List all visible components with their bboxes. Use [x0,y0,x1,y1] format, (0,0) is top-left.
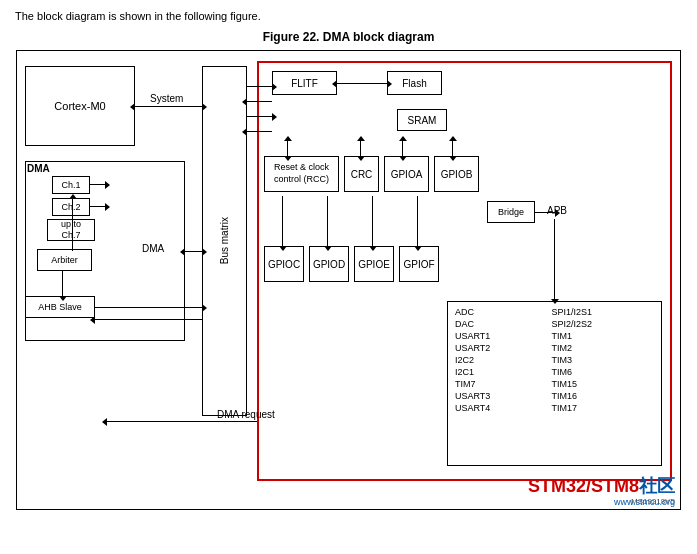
bus-arrow-left-2 [247,131,272,132]
gpiof-box: GPIOF [399,246,439,282]
table-row: DAC SPI2/I2S2 [452,318,657,330]
peripherals-table: ADC SPI1/I2S1 DAC SPI2/I2S2 USART1 TIM1 … [452,306,657,414]
peri-col1-r4: USART2 [452,342,548,354]
bus-matrix-label: Bus matrix [219,217,230,264]
ch2-out-arrow [90,206,105,207]
peri-col1-r1: ADC [452,306,548,318]
gpioe-box: GPIOE [354,246,394,282]
table-row: I2C1 TIM6 [452,366,657,378]
ch2-box: Ch.2 [52,198,90,216]
v-arrow-rcc [287,141,288,156]
system-label: System [150,93,183,104]
figure-title: Figure 22. DMA block diagram [15,30,682,44]
diagram-container: Cortex-M0 DMA Ch.1 Ch.2 up toCh.7 Arbite… [16,50,681,510]
v-arrow-gpiob [452,141,453,156]
gpioa-box: GPIOA [384,156,429,192]
peri-col1-r5: I2C2 [452,354,548,366]
dma-request-arrow [107,421,257,422]
flitf-flash-arrow [337,83,387,84]
peri-col2-r5: TIM3 [548,354,657,366]
ahb-slave-right-arrow [95,307,202,308]
chN-box: up toCh.7 [47,219,95,241]
dma-label-arrow: DMA [142,243,164,254]
arbiter-up-arrow [72,199,73,251]
bus-matrix-box: Bus matrix [202,66,247,416]
peri-col2-r9: TIM17 [548,402,657,414]
watermark: STM32/STM8社区 [528,477,675,497]
table-row: I2C2 TIM3 [452,354,657,366]
dma-arrow-line [185,251,202,252]
sram-box: SRAM [397,109,447,131]
crc-box: CRC [344,156,379,192]
v-arrow-crc [360,141,361,156]
gpioc-box: GPIOC [264,246,304,282]
v-arrow-gpioe [372,196,373,246]
cortex-box: Cortex-M0 [25,66,135,146]
table-row: ADC SPI1/I2S1 [452,306,657,318]
flash-box: Flash [387,71,442,95]
gpiod-box: GPIOD [309,246,349,282]
bridge-apb-arrow [535,212,555,213]
table-row: USART2 TIM2 [452,342,657,354]
peri-col2-r7: TIM15 [548,378,657,390]
intro-text: The block diagram is shown in the follow… [15,10,682,22]
dma-request-label: DMA request [217,409,275,420]
stm-watermark-red: STM32/STM8 [528,476,639,496]
peri-col2-r6: TIM6 [548,366,657,378]
table-row: USART1 TIM1 [452,330,657,342]
apb-down-arrow [554,219,555,299]
peri-col1-r8: USART3 [452,390,548,402]
v-arrow-gpiod [327,196,328,246]
peri-col1-r3: USART1 [452,330,548,342]
bridge-box: Bridge [487,201,535,223]
bus-arrow-right-2 [247,116,272,117]
system-arrow-line [135,106,202,107]
peri-col2-r2: SPI2/I2S2 [548,318,657,330]
ch1-out-arrow [90,184,105,185]
peri-col1-r2: DAC [452,318,548,330]
peri-col1-r7: TIM7 [452,378,548,390]
bus-arrow-right-1 [247,86,272,87]
dma-section-label: DMA [27,163,50,174]
arbiter-down-arrow [62,271,63,296]
peri-col2-r3: TIM1 [548,330,657,342]
ch1-box: Ch.1 [52,176,90,194]
table-row: TIM7 TIM15 [452,378,657,390]
rcc-box: Reset & clockcontrol (RCC) [264,156,339,192]
bus-arrow-left-1 [247,101,272,102]
ahb-slave-left-arrow [95,319,202,320]
v-arrow-gpioc [282,196,283,246]
peri-col1-r6: I2C1 [452,366,548,378]
v-arrow-gpiof [417,196,418,246]
peri-col1-r9: USART4 [452,402,548,414]
version-label: MS19218V5 [631,497,675,506]
peri-col2-r8: TIM16 [548,390,657,402]
table-row: USART3 TIM16 [452,390,657,402]
flitf-box: FLITF [272,71,337,95]
peri-col2-r4: TIM2 [548,342,657,354]
peri-col2-r1: SPI1/I2S1 [548,306,657,318]
peripherals-box: ADC SPI1/I2S1 DAC SPI2/I2S2 USART1 TIM1 … [447,301,662,466]
table-row: USART4 TIM17 [452,402,657,414]
cortex-label: Cortex-M0 [54,100,105,112]
stm-watermark-blue: 社区 [639,476,675,496]
v-arrow-gpioa [402,141,403,156]
gpiob-box: GPIOB [434,156,479,192]
arbiter-box: Arbiter [37,249,92,271]
